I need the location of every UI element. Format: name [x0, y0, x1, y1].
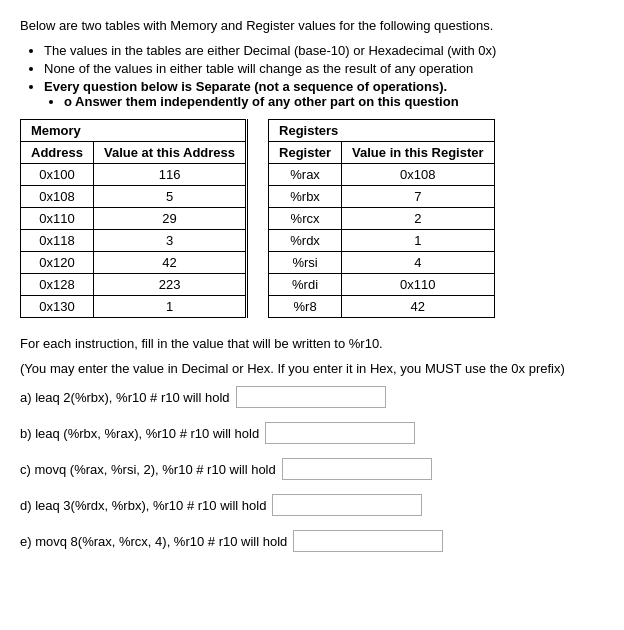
question-row-1: a) leaq 2(%rbx), %r10 # r10 will hold — [20, 386, 604, 408]
registers-table-row: %rdx1 — [269, 230, 495, 252]
memory-address: 0x120 — [21, 252, 94, 274]
question-row-2: b) leaq (%rbx, %rax), %r10 # r10 will ho… — [20, 422, 604, 444]
memory-value: 116 — [94, 164, 247, 186]
register-value: 0x108 — [342, 164, 495, 186]
memory-table-header: Memory — [21, 120, 247, 142]
bullet-2: None of the values in either table will … — [44, 61, 604, 76]
question-label-3: c) movq (%rax, %rsi, 2), %r10 # r10 will… — [20, 462, 276, 477]
memory-table-row: 0x11029 — [21, 208, 247, 230]
memory-address: 0x128 — [21, 274, 94, 296]
question-input-2[interactable] — [265, 422, 415, 444]
question-label-4: d) leaq 3(%rdx, %rbx), %r10 # r10 will h… — [20, 498, 266, 513]
question-row-3: c) movq (%rax, %rsi, 2), %r10 # r10 will… — [20, 458, 604, 480]
memory-table-row: 0x1301 — [21, 296, 247, 318]
register-name: %r8 — [269, 296, 342, 318]
tables-container: Memory Address Value at this Address 0x1… — [20, 119, 604, 318]
registers-table-row: %rdi0x110 — [269, 274, 495, 296]
memory-table: Memory Address Value at this Address 0x1… — [20, 119, 248, 318]
memory-table-row: 0x100116 — [21, 164, 247, 186]
questions-section: For each instruction, fill in the value … — [20, 336, 604, 552]
memory-col2-header: Value at this Address — [94, 142, 247, 164]
register-value: 42 — [342, 296, 495, 318]
memory-table-row: 0x128223 — [21, 274, 247, 296]
memory-value: 42 — [94, 252, 247, 274]
question-label-5: e) movq 8(%rax, %rcx, 4), %r10 # r10 wil… — [20, 534, 287, 549]
register-value: 7 — [342, 186, 495, 208]
registers-table: Registers Register Value in this Registe… — [268, 119, 495, 318]
register-name: %rsi — [269, 252, 342, 274]
question-label-1: a) leaq 2(%rbx), %r10 # r10 will hold — [20, 390, 230, 405]
memory-table-row: 0x1183 — [21, 230, 247, 252]
bullet-1: The values in the tables are either Deci… — [44, 43, 604, 58]
memory-address: 0x100 — [21, 164, 94, 186]
register-name: %rdi — [269, 274, 342, 296]
register-name: %rax — [269, 164, 342, 186]
registers-col1-header: Register — [269, 142, 342, 164]
registers-table-row: %r842 — [269, 296, 495, 318]
question-label-2: b) leaq (%rbx, %rax), %r10 # r10 will ho… — [20, 426, 259, 441]
memory-address: 0x130 — [21, 296, 94, 318]
memory-address: 0x118 — [21, 230, 94, 252]
registers-table-row: %rbx7 — [269, 186, 495, 208]
memory-address: 0x110 — [21, 208, 94, 230]
questions-intro1: For each instruction, fill in the value … — [20, 336, 604, 351]
registers-table-row: %rsi4 — [269, 252, 495, 274]
bullet-3: Every question below is Separate (not a … — [44, 79, 604, 109]
register-name: %rbx — [269, 186, 342, 208]
question-row-5: e) movq 8(%rax, %rcx, 4), %r10 # r10 wil… — [20, 530, 604, 552]
register-value: 2 — [342, 208, 495, 230]
registers-table-wrapper: Registers Register Value in this Registe… — [268, 119, 495, 318]
bullet-list: The values in the tables are either Deci… — [44, 43, 604, 109]
question-input-4[interactable] — [272, 494, 422, 516]
registers-col2-header: Value in this Register — [342, 142, 495, 164]
register-name: %rcx — [269, 208, 342, 230]
register-name: %rdx — [269, 230, 342, 252]
register-value: 0x110 — [342, 274, 495, 296]
sub-bullet-1: Answer them independently of any other p… — [64, 94, 604, 109]
memory-address: 0x108 — [21, 186, 94, 208]
memory-table-row: 0x12042 — [21, 252, 247, 274]
memory-col1-header: Address — [21, 142, 94, 164]
registers-table-row: %rax0x108 — [269, 164, 495, 186]
registers-table-row: %rcx2 — [269, 208, 495, 230]
register-value: 4 — [342, 252, 495, 274]
memory-table-wrapper: Memory Address Value at this Address 0x1… — [20, 119, 248, 318]
question-input-3[interactable] — [282, 458, 432, 480]
memory-value: 3 — [94, 230, 247, 252]
question-row-4: d) leaq 3(%rdx, %rbx), %r10 # r10 will h… — [20, 494, 604, 516]
memory-value: 29 — [94, 208, 247, 230]
register-value: 1 — [342, 230, 495, 252]
memory-value: 223 — [94, 274, 247, 296]
intro-text: Below are two tables with Memory and Reg… — [20, 18, 604, 33]
question-input-5[interactable] — [293, 530, 443, 552]
memory-table-row: 0x1085 — [21, 186, 247, 208]
registers-table-header: Registers — [269, 120, 495, 142]
questions-intro2: (You may enter the value in Decimal or H… — [20, 361, 604, 376]
memory-value: 1 — [94, 296, 247, 318]
question-input-1[interactable] — [236, 386, 386, 408]
memory-value: 5 — [94, 186, 247, 208]
